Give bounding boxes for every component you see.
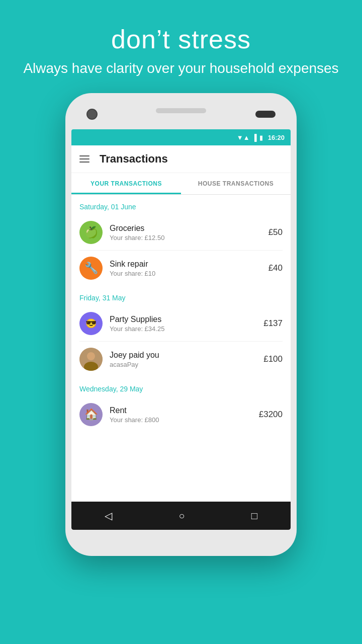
camera-icon <box>86 109 98 120</box>
home-button[interactable]: ○ <box>178 510 185 522</box>
party-supplies-share: Your share: £34.25 <box>110 325 256 333</box>
tabs-bar: YOUR TRANSACTIONS HOUSE TRANSACTIONS <box>71 173 291 195</box>
speaker-bar <box>156 108 206 113</box>
groceries-icon: 🍏 <box>79 221 103 244</box>
tab-house-transactions[interactable]: HOUSE TRANSACTIONS <box>181 173 291 194</box>
bottom-navigation: ◁ ○ □ <box>71 502 291 530</box>
phone-top-bar <box>71 99 291 129</box>
hamburger-menu-button[interactable] <box>79 155 89 163</box>
joey-avatar <box>79 348 103 371</box>
groceries-name: Groceries <box>110 224 261 233</box>
hamburger-line-3 <box>79 162 89 163</box>
sink-repair-name: Sink repair <box>110 260 261 269</box>
party-supplies-details: Party Supplies Your share: £34.25 <box>110 315 256 333</box>
front-sensor <box>255 111 276 118</box>
date-header-friday: Friday, 31 May <box>71 286 291 306</box>
sink-repair-share: Your share: £10 <box>110 270 261 277</box>
app-title: Transactions <box>100 152 168 166</box>
battery-icon: ▮ <box>259 134 263 141</box>
hamburger-line-1 <box>79 155 89 156</box>
party-supplies-name: Party Supplies <box>110 315 256 324</box>
rent-amount: £3200 <box>259 410 283 420</box>
party-supplies-icon: 😎 <box>79 312 103 335</box>
groceries-amount: £50 <box>268 227 283 237</box>
back-button[interactable]: ◁ <box>105 510 112 522</box>
app-header: Transactions <box>71 145 291 173</box>
groceries-details: Groceries Your share: £12.50 <box>110 224 261 242</box>
joey-details: Joey paid you acasaPay <box>110 351 256 368</box>
status-icons: ▼▲ ▐ ▮ <box>237 134 263 141</box>
joey-amount: £100 <box>263 354 283 364</box>
hero-section: don’t stress Always have clarity over yo… <box>23 24 338 78</box>
phone-screen: ▼▲ ▐ ▮ 16:20 Transactions YOUR TRANSACTI… <box>71 129 291 530</box>
rent-details: Rent Your share: £800 <box>110 406 252 424</box>
joey-name: Joey paid you <box>110 351 256 360</box>
transaction-joey: Joey paid you acasaPay £100 <box>71 342 291 377</box>
rent-name: Rent <box>110 406 252 415</box>
groceries-share: Your share: £12.50 <box>110 234 261 242</box>
svg-point-1 <box>87 352 95 360</box>
sink-repair-amount: £40 <box>268 263 283 273</box>
rent-share: Your share: £800 <box>110 416 252 424</box>
party-supplies-amount: £137 <box>263 318 283 329</box>
rent-icon: 🏠 <box>79 403 103 426</box>
hero-title: don’t stress <box>23 24 338 54</box>
transactions-list: Saturday, 01 June 🍏 Groceries Your share… <box>71 195 291 502</box>
status-bar: ▼▲ ▐ ▮ 16:20 <box>71 129 291 145</box>
wifi-icon: ▼▲ <box>237 134 250 141</box>
date-header-saturday: Saturday, 01 June <box>71 195 291 215</box>
transaction-rent: 🏠 Rent Your share: £800 £3200 <box>71 397 291 432</box>
transaction-party-supplies: 😎 Party Supplies Your share: £34.25 £137 <box>71 306 291 341</box>
transaction-sink-repair: 🔧 Sink repair Your share: £10 £40 <box>71 251 291 286</box>
hamburger-line-2 <box>79 158 89 159</box>
time-display: 16:20 <box>268 134 285 141</box>
signal-icon: ▐ <box>252 134 257 141</box>
phone-mockup: ▼▲ ▐ ▮ 16:20 Transactions YOUR TRANSACTI… <box>65 93 297 556</box>
joey-share: acasaPay <box>110 361 256 368</box>
transaction-groceries: 🍏 Groceries Your share: £12.50 £50 <box>71 215 291 250</box>
sink-repair-icon: 🔧 <box>79 257 103 280</box>
date-header-wednesday: Wednesday, 29 May <box>71 377 291 397</box>
tab-your-transactions[interactable]: YOUR TRANSACTIONS <box>71 173 181 194</box>
recent-button[interactable]: □ <box>251 510 257 522</box>
hero-subtitle: Always have clarity over your household … <box>23 58 338 78</box>
sink-repair-details: Sink repair Your share: £10 <box>110 260 261 277</box>
